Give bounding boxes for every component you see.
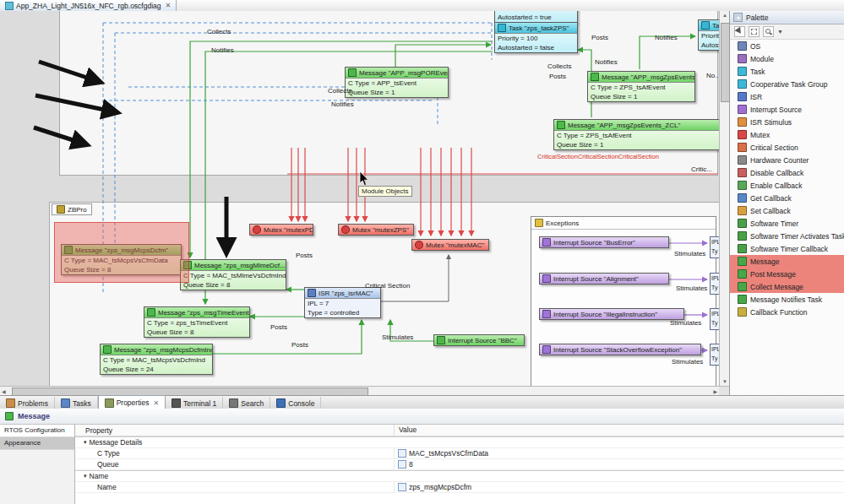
mutex-node-mutexpdum[interactable]: Mutex "mutexPD..." xyxy=(249,224,313,236)
palette-item[interactable]: Hardware Counter xyxy=(730,154,844,166)
message-node-app-msgzpsevents-zcl[interactable]: Message "APP_msgZpsEvents_ZCL" C Type = … xyxy=(553,119,719,150)
property-value: MAC_tsMcpsVsCfmData xyxy=(409,449,488,458)
callback-function-icon xyxy=(738,307,747,317)
palette-toolbar: ▼ xyxy=(730,24,844,40)
column-header-value: Value xyxy=(394,425,844,436)
palette-header[interactable]: ◂ Palette xyxy=(730,11,844,24)
interrupt-source-node-alignment[interactable]: Interrupt Source "Alignment" xyxy=(539,273,669,285)
palette-item[interactable]: Mutex xyxy=(730,128,844,141)
palette-item[interactable]: Cooperative Task Group xyxy=(730,78,844,90)
view-tab[interactable]: Terminal 1 ✕ xyxy=(166,397,223,409)
task-icon xyxy=(738,67,747,76)
property-value-cell[interactable]: MAC_tsMcpsVsCfmData xyxy=(394,448,844,458)
task-icon xyxy=(701,21,710,30)
properties-table: Property Value ▾ Message Details xyxy=(75,425,844,504)
isr-node-zps-isrmac[interactable]: ISR "zps_isrMAC" IPL = 7 Type = controll… xyxy=(304,287,381,318)
mutex-node-mutexzps[interactable]: Mutex "mutexZPS" xyxy=(338,224,414,236)
isr-node-clipped[interactable]: IPLTy xyxy=(710,273,719,295)
property-value-cell[interactable]: zps_msgMcpsDcfm xyxy=(394,482,844,492)
message-node-zps-msgtimeevents[interactable]: Message "zps_msgTimeEvents" C Type = zps… xyxy=(144,306,250,338)
palette-item[interactable]: Software Timer xyxy=(730,217,844,230)
interrupt-source-icon xyxy=(542,238,551,247)
diagram-canvas[interactable]: ZBPro Exceptions xyxy=(0,11,719,386)
interrupt-source-node-bbc[interactable]: Interrupt Source "BBC" xyxy=(433,334,525,346)
message-icon xyxy=(348,68,357,77)
properties-title: Message xyxy=(18,412,50,420)
palette-item[interactable]: Interrupt Source xyxy=(730,103,844,116)
isr-node-clipped[interactable]: IPLTy xyxy=(710,236,719,258)
view-tab[interactable]: Console ✕ xyxy=(270,397,321,409)
palette-item[interactable]: Module xyxy=(730,52,844,65)
mutex-node-mutexmac[interactable]: Mutex "mutexMAC" xyxy=(411,239,489,251)
close-icon[interactable]: ✕ xyxy=(153,399,159,407)
property-value-cell[interactable]: 8 xyxy=(394,459,844,469)
palette-item[interactable]: Get Callback xyxy=(730,192,844,204)
property-row[interactable]: ▾ Message Details xyxy=(75,436,844,448)
isr-node-clipped[interactable]: IPLTy xyxy=(710,308,719,330)
disable-callback-icon xyxy=(738,168,747,177)
zoom-tool-icon[interactable] xyxy=(763,26,774,37)
message-icon xyxy=(738,257,747,266)
palette-item[interactable]: OS xyxy=(730,40,844,52)
select-tool-icon[interactable] xyxy=(734,26,745,37)
message-node-zps-msgmcpsdcfmind[interactable]: Message "zps_msgMcpsDcfmInd" C Type = MA… xyxy=(100,344,213,375)
interrupt-source-icon xyxy=(542,345,551,354)
message-node-app-msgporevents[interactable]: Message "APP_msgPOREven..." C Type = APP… xyxy=(345,67,449,98)
view-tab[interactable]: Search ✕ xyxy=(223,397,270,409)
view-tab[interactable]: Problems ✕ xyxy=(0,397,55,409)
editor-tab-bar: App_ZHA_Light_JN516x_NFC_rgb.oscfgdiag ✕ xyxy=(0,0,844,12)
module-icon xyxy=(738,54,747,63)
mutex-icon xyxy=(341,225,350,234)
collapse-palette-icon[interactable]: ◂ xyxy=(733,13,743,22)
mutex-icon xyxy=(738,130,747,139)
interrupt-source-node-stackoverflowexception[interactable]: Interrupt Source "StackOverflowException… xyxy=(539,344,701,355)
view-tab[interactable]: Tasks ✕ xyxy=(55,397,98,409)
marquee-tool-icon[interactable] xyxy=(749,26,760,37)
property-row[interactable]: ▾ Name xyxy=(75,470,844,482)
expand-triangle-icon[interactable]: ▾ xyxy=(84,439,87,446)
palette-item[interactable]: Task xyxy=(730,65,844,78)
interrupt-source-node-buserror[interactable]: Interrupt Source "BusError" xyxy=(539,236,669,248)
message-node-app-msgzpsevents[interactable]: Message "APP_msgZpsEvents" C Type = ZPS_… xyxy=(587,71,695,102)
property-row[interactable]: ▾ C Type MAC_tsMcpsVsCfmData xyxy=(75,448,844,459)
palette-item[interactable]: Enable Callback xyxy=(730,179,844,192)
palette-item[interactable]: Software Timer Activates Task xyxy=(730,230,844,242)
property-row[interactable]: ▾ Name zps_msgMcpsDcfm xyxy=(75,482,844,493)
properties-nav-item[interactable]: RTOS Configuration xyxy=(0,425,74,437)
close-icon[interactable]: ✕ xyxy=(166,2,172,9)
palette-item[interactable]: ISR Stimulus xyxy=(730,116,844,128)
task-node-zps-taskzps[interactable]: Task "zps_taskZPS" Priority = 100 Autost… xyxy=(494,22,578,53)
palette-item[interactable]: Callback Function xyxy=(730,306,844,318)
isr-icon xyxy=(308,289,316,297)
editor-tab[interactable]: App_ZHA_Light_JN516x_NFC_rgb.oscfgdiag ✕ xyxy=(0,0,177,11)
task-node-clipped[interactable]: Autostarted = true xyxy=(494,11,578,23)
palette-item[interactable]: Message xyxy=(730,255,844,268)
interrupt-source-node-illegalinstruction[interactable]: Interrupt Source "IllegalInstruction" xyxy=(539,308,684,320)
view-tab[interactable]: Properties ✕ xyxy=(98,395,166,409)
get-callback-icon xyxy=(738,193,747,203)
property-value-cell[interactable] xyxy=(394,437,844,447)
editor-tab-title: App_ZHA_Light_JN516x_NFC_rgb.oscfgdiag xyxy=(16,2,161,10)
palette-item[interactable]: ISR xyxy=(730,90,844,103)
column-header-property: Property xyxy=(75,426,394,435)
message-node-zps-msgmcpsdcfm[interactable]: Message "zps_msgMcpsDcfm" C Type = MAC_t… xyxy=(61,244,182,275)
palette-item[interactable]: Message Notifies Task xyxy=(730,293,844,306)
chevron-down-icon[interactable]: ▼ xyxy=(777,29,783,35)
enable-callback-icon xyxy=(738,181,747,190)
palette-item[interactable]: Collect Message xyxy=(730,280,844,293)
isr-node-clipped[interactable]: IPLTy xyxy=(710,344,719,366)
palette-item[interactable]: Software Timer Callback xyxy=(730,242,844,255)
property-value-cell[interactable] xyxy=(394,471,844,481)
property-row[interactable]: ▾ Queue 8 xyxy=(75,459,844,470)
message-node-zps-msgmlmedcfm[interactable]: Message "zps_msgMlmeDcf..." C Type = MAC… xyxy=(180,259,286,290)
palette-item[interactable]: Critical Section xyxy=(730,141,844,154)
palette-item[interactable]: Set Callback xyxy=(730,204,844,217)
cooperative-task-group-icon xyxy=(738,79,747,89)
properties-nav-item[interactable]: Appearance xyxy=(0,437,74,450)
message-icon xyxy=(103,345,112,354)
palette-item[interactable]: Disable Callback xyxy=(730,166,844,179)
expand-triangle-icon[interactable]: ▾ xyxy=(84,473,87,480)
software-timer-callback-icon xyxy=(738,244,747,253)
task-node-right-clipped[interactable]: Task "z Priority = Autostar xyxy=(698,19,719,51)
palette-item[interactable]: Post Message xyxy=(730,268,844,280)
